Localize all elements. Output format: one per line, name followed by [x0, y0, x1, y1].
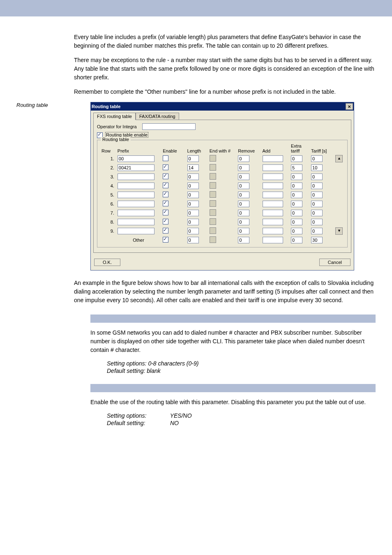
- extra-input[interactable]: [291, 228, 302, 234]
- length-input[interactable]: [187, 201, 199, 207]
- prefix-input[interactable]: [118, 201, 154, 207]
- tariff-input[interactable]: [311, 201, 323, 207]
- scroll-up-icon[interactable]: ▲: [335, 155, 343, 162]
- tariff-input[interactable]: [311, 164, 323, 171]
- endwith-checkbox[interactable]: [210, 218, 216, 225]
- extra-input[interactable]: [291, 155, 302, 162]
- length-input[interactable]: [187, 183, 199, 189]
- length-input[interactable]: [187, 228, 199, 234]
- remove-input[interactable]: [238, 192, 249, 198]
- tab-fxs-routing[interactable]: FXS routing table: [93, 113, 136, 120]
- endwith-checkbox[interactable]: [210, 173, 216, 180]
- add-input[interactable]: [263, 155, 283, 162]
- remove-input[interactable]: [238, 155, 249, 162]
- scroll-down-icon[interactable]: ▼: [335, 227, 343, 235]
- enable-options-value: YES/NO: [170, 412, 192, 419]
- prefix-input[interactable]: [118, 164, 154, 171]
- remove-input[interactable]: [238, 164, 249, 171]
- remove-input[interactable]: [238, 210, 249, 216]
- remove-input[interactable]: [238, 183, 249, 189]
- table-row: 7.: [100, 208, 345, 217]
- other-add-input[interactable]: [263, 237, 283, 243]
- tariff-input[interactable]: [311, 219, 323, 225]
- length-input[interactable]: [187, 219, 199, 225]
- table-row: 1.▲: [100, 154, 345, 163]
- endwith-checkbox[interactable]: [210, 191, 216, 198]
- add-input[interactable]: [263, 164, 283, 171]
- enable-checkbox[interactable]: [163, 192, 168, 197]
- enable-checkbox[interactable]: [163, 155, 168, 161]
- extra-input[interactable]: [291, 183, 302, 189]
- extra-input[interactable]: [291, 173, 302, 180]
- ok-button[interactable]: O.K.: [94, 259, 120, 266]
- col-remove: Remove: [236, 143, 261, 154]
- extra-input[interactable]: [291, 210, 302, 216]
- other-remove-input[interactable]: [238, 237, 249, 243]
- prefix-input[interactable]: [118, 192, 154, 198]
- cancel-button[interactable]: Cancel: [319, 259, 350, 266]
- operator-input[interactable]: [142, 123, 196, 130]
- enable-checkbox[interactable]: [163, 210, 168, 215]
- operator-row: Operator for Integra: [97, 123, 348, 130]
- remove-input[interactable]: [238, 173, 249, 180]
- table-row: 4.: [100, 181, 345, 190]
- tariff-input[interactable]: [311, 155, 323, 162]
- tariff-input[interactable]: [311, 210, 323, 216]
- enable-checkbox[interactable]: [163, 173, 168, 179]
- length-input[interactable]: [187, 173, 199, 180]
- remove-input[interactable]: [238, 201, 249, 207]
- tab-fax-data-routing[interactable]: FAX/DATA routing: [136, 113, 179, 120]
- remove-input[interactable]: [238, 228, 249, 234]
- other-enable-checkbox[interactable]: [163, 237, 168, 243]
- enable-checkbox[interactable]: [163, 164, 168, 170]
- endwith-checkbox[interactable]: [210, 164, 216, 171]
- paragraph-4: An example in the figure below shows how…: [74, 279, 376, 305]
- add-input[interactable]: [263, 228, 283, 234]
- enable-checkbox[interactable]: [163, 201, 168, 206]
- prefix-input[interactable]: [118, 183, 154, 189]
- endwith-checkbox[interactable]: [210, 182, 216, 189]
- prefix-input[interactable]: [118, 228, 154, 234]
- extra-input[interactable]: [291, 164, 302, 171]
- other-extra-input[interactable]: [291, 237, 302, 243]
- prefix-input[interactable]: [118, 173, 154, 180]
- extra-input[interactable]: [291, 192, 302, 198]
- col-extra: Extra tariff: [289, 143, 309, 154]
- row-number: 2.: [100, 163, 116, 172]
- close-icon[interactable]: ✕: [346, 103, 353, 110]
- tariff-input[interactable]: [311, 192, 323, 198]
- endwith-checkbox[interactable]: [210, 227, 216, 234]
- endwith-checkbox[interactable]: [210, 209, 216, 216]
- extra-input[interactable]: [291, 201, 302, 207]
- add-input[interactable]: [263, 183, 283, 189]
- add-input[interactable]: [263, 192, 283, 198]
- add-input[interactable]: [263, 210, 283, 216]
- add-input[interactable]: [263, 219, 283, 225]
- tariff-input[interactable]: [311, 183, 323, 189]
- other-label: Other: [116, 236, 161, 245]
- length-input[interactable]: [187, 210, 199, 216]
- col-enable: Enable: [161, 143, 185, 154]
- tariff-input[interactable]: [311, 173, 323, 180]
- enable-checkbox[interactable]: [163, 228, 168, 234]
- prefix-input[interactable]: [118, 155, 154, 162]
- length-input[interactable]: [187, 192, 199, 198]
- endwith-checkbox[interactable]: [210, 155, 216, 162]
- length-input[interactable]: [187, 155, 199, 162]
- add-input[interactable]: [263, 201, 283, 207]
- tariff-input[interactable]: [311, 228, 323, 234]
- enable-desc: Enable the use of the routing table with…: [90, 398, 376, 407]
- enable-default-label: Default setting:: [107, 420, 168, 426]
- add-input[interactable]: [263, 173, 283, 180]
- other-endwith-checkbox[interactable]: [210, 236, 216, 243]
- other-length-input[interactable]: [187, 237, 199, 243]
- enable-checkbox[interactable]: [163, 183, 168, 188]
- enable-checkbox[interactable]: [163, 219, 168, 224]
- extra-input[interactable]: [291, 219, 302, 225]
- endwith-checkbox[interactable]: [210, 200, 216, 207]
- prefix-input[interactable]: [118, 219, 154, 225]
- other-tariff-input[interactable]: [311, 237, 323, 243]
- length-input[interactable]: [187, 164, 199, 171]
- remove-input[interactable]: [238, 219, 249, 225]
- prefix-input[interactable]: [118, 210, 154, 216]
